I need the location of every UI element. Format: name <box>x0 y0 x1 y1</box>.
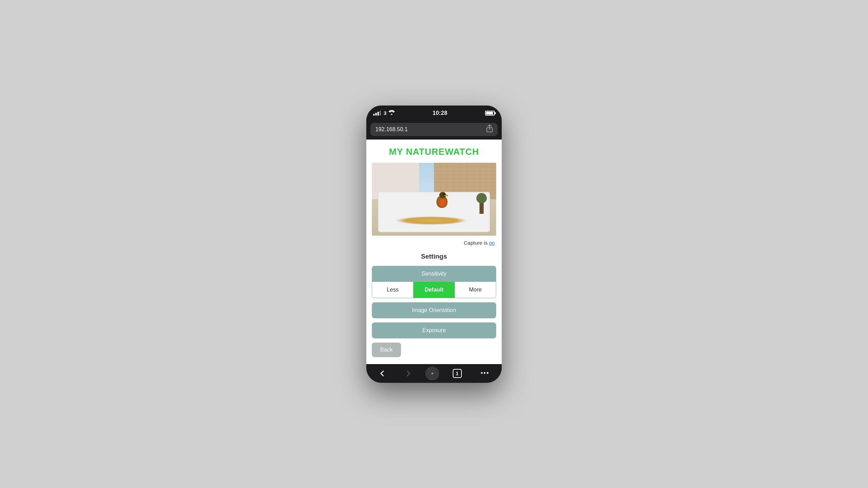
battery-icon <box>485 111 495 116</box>
status-left: 3 <box>373 110 395 116</box>
tab-count: 1 <box>453 369 462 378</box>
sensitivity-header: Sensitivity <box>372 266 496 282</box>
more-button[interactable]: ••• <box>475 367 495 380</box>
url-bar: 192.168.50.1 <box>366 121 502 140</box>
robin-eye <box>443 193 445 195</box>
sensitivity-more-button[interactable]: More <box>455 282 496 298</box>
robin-breast <box>439 199 446 207</box>
scene-seeds <box>395 216 467 225</box>
url-text: 192.168.50.1 <box>375 126 408 133</box>
url-bar-inner[interactable]: 192.168.50.1 <box>370 123 498 136</box>
bird-scene <box>372 163 496 236</box>
phone-frame: 3 10:28 192.168.50.1 <box>366 106 502 383</box>
web-content: MY NATUREWATCH <box>366 140 502 364</box>
signal-bars-icon <box>373 111 381 116</box>
tab-count-button[interactable]: 1 <box>447 366 467 381</box>
new-tab-button[interactable] <box>425 367 439 380</box>
robin-head <box>439 192 446 198</box>
forward-nav-button[interactable] <box>399 367 417 380</box>
wifi-icon <box>389 110 395 116</box>
back-button[interactable]: Back <box>372 343 401 357</box>
sensitivity-buttons: Less Default More <box>372 282 496 298</box>
scene-tree <box>479 196 484 214</box>
capture-status: Capture is on <box>372 240 496 246</box>
robin-bird <box>432 189 452 208</box>
sensitivity-section: Sensitivity Less Default More <box>372 266 496 298</box>
clock: 10:28 <box>433 110 447 116</box>
more-dots-icon: ••• <box>481 370 490 377</box>
page-title: MY NATUREWATCH <box>372 146 496 157</box>
sensitivity-default-button[interactable]: Default <box>414 282 455 298</box>
capture-status-prefix: Capture is <box>464 240 489 246</box>
status-right <box>485 111 495 116</box>
network-label: 3 <box>384 110 386 116</box>
share-icon[interactable] <box>486 125 493 134</box>
capture-status-link[interactable]: on <box>489 240 495 246</box>
robin-beak <box>444 195 448 196</box>
bird-image <box>372 163 496 236</box>
settings-title: Settings <box>372 253 496 260</box>
image-orientation-row[interactable]: Image Orientation <box>372 302 496 318</box>
back-nav-button[interactable] <box>373 367 391 380</box>
sensitivity-less-button[interactable]: Less <box>372 282 414 298</box>
status-bar: 3 10:28 <box>366 106 502 121</box>
exposure-row[interactable]: Exposure <box>372 322 496 338</box>
browser-toolbar: 1 ••• <box>366 364 502 383</box>
